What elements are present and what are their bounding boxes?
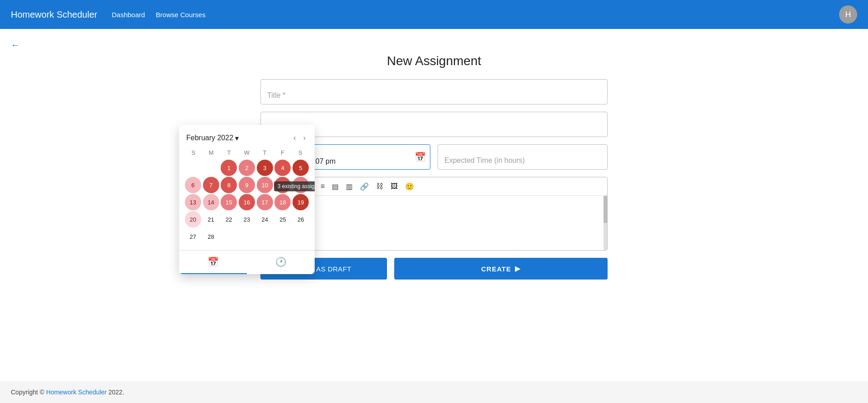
day-label-mon: M bbox=[202, 147, 220, 158]
toolbar-ordered-list[interactable]: ≡ bbox=[318, 180, 327, 192]
calendar-day-28[interactable]: 28 bbox=[203, 228, 219, 245]
day-label-tue: T bbox=[220, 147, 238, 158]
calendar-day-18[interactable]: 18 bbox=[274, 194, 291, 210]
toolbar-align-left[interactable]: ▤ bbox=[329, 180, 341, 193]
calendar-day-22[interactable]: 22 bbox=[221, 211, 237, 228]
toolbar-unlink[interactable]: ⛓ bbox=[373, 180, 386, 192]
calendar-day-16[interactable]: 16 bbox=[239, 194, 255, 210]
toolbar-align-right[interactable]: ▥ bbox=[343, 180, 355, 193]
calendar-grid: S M T W T F S 12345678910111213141516171… bbox=[179, 147, 315, 248]
expected-time-field bbox=[438, 144, 608, 170]
month-year-label: February 2022 bbox=[186, 134, 233, 142]
calendar-footer: 📅 🕐 bbox=[179, 250, 315, 274]
page-content: ← New Assignment Due date 📅 bbox=[0, 29, 868, 381]
calendar-day-26[interactable]: 26 bbox=[292, 211, 309, 228]
calendar-day-19[interactable]: 193 existing assignments bbox=[292, 194, 309, 210]
calendar-day-24[interactable]: 24 bbox=[257, 211, 273, 228]
calendar-day-6[interactable]: 6 bbox=[185, 177, 201, 193]
toolbar-link[interactable]: 🔗 bbox=[357, 180, 372, 193]
calendar-popup: February 2022 ▾ ‹ › S M T W T F S 123456… bbox=[179, 125, 315, 274]
nav-links: Dashboard Browse Courses bbox=[112, 11, 205, 19]
calendar-day-15[interactable]: 15 bbox=[221, 194, 237, 210]
day-label-sun: S bbox=[184, 147, 202, 158]
create-arrow-icon: ▶ bbox=[515, 265, 521, 273]
calendar-day-2[interactable]: 2 bbox=[239, 160, 255, 176]
title-input[interactable] bbox=[260, 79, 608, 104]
day-label-fri: F bbox=[274, 147, 291, 158]
calendar-day-4[interactable]: 4 bbox=[274, 160, 291, 176]
nav-browse-courses[interactable]: Browse Courses bbox=[156, 11, 206, 19]
calendar-day-7[interactable]: 7 bbox=[203, 177, 219, 193]
back-arrow-icon: ← bbox=[11, 40, 20, 50]
expected-time-input[interactable] bbox=[438, 144, 608, 170]
scrollbar-thumb[interactable] bbox=[604, 196, 607, 223]
calendar-date-tab[interactable]: 📅 bbox=[179, 251, 247, 274]
create-label: CREATE bbox=[481, 265, 511, 273]
next-month-button[interactable]: › bbox=[302, 132, 307, 144]
calendar-day-1[interactable]: 1 bbox=[221, 160, 237, 176]
back-button[interactable]: ← bbox=[11, 40, 20, 50]
dropdown-icon: ▾ bbox=[235, 134, 239, 142]
calendar-day-9[interactable]: 9 bbox=[239, 177, 255, 193]
app-brand: Homework Scheduler bbox=[11, 9, 97, 20]
create-button[interactable]: CREATE ▶ bbox=[394, 258, 608, 280]
calendar-day-3[interactable]: 3 bbox=[257, 160, 273, 176]
nav-dashboard[interactable]: Dashboard bbox=[112, 11, 145, 19]
tooltip-bubble: 3 existing assignments bbox=[274, 181, 315, 191]
title-field bbox=[260, 79, 608, 104]
calendar-day-23[interactable]: 23 bbox=[239, 211, 255, 228]
month-year-button[interactable]: February 2022 ▾ bbox=[186, 134, 239, 142]
calendar-day-13[interactable]: 13 bbox=[185, 194, 201, 210]
calendar-day-27[interactable]: 27 bbox=[185, 228, 201, 245]
day-labels-row: S M T W T F S bbox=[184, 147, 309, 158]
day-label-thu: T bbox=[256, 147, 274, 158]
calendar-time-tab[interactable]: 🕐 bbox=[247, 251, 315, 274]
calendar-header: February 2022 ▾ ‹ › bbox=[179, 125, 315, 147]
calendar-toggle-button[interactable]: 📅 bbox=[415, 152, 426, 162]
calendar-day-21[interactable]: 21 bbox=[203, 211, 219, 228]
calendar-day-5[interactable]: 5 bbox=[292, 160, 309, 176]
calendar-day-17[interactable]: 17 bbox=[257, 194, 273, 210]
footer-link[interactable]: Homework Scheduler bbox=[46, 389, 107, 396]
calendar-day-10[interactable]: 10 bbox=[257, 177, 273, 193]
calendar-day-25[interactable]: 25 bbox=[274, 211, 291, 228]
calendar-day-20[interactable]: 20 bbox=[185, 211, 201, 228]
calendar-day-14[interactable]: 14 bbox=[203, 194, 219, 210]
day-label-sat: S bbox=[292, 147, 309, 158]
prev-month-button[interactable]: ‹ bbox=[292, 132, 297, 144]
footer-copyright: Copyright © bbox=[11, 389, 44, 396]
toolbar-emoji[interactable]: 🙂 bbox=[402, 180, 417, 193]
calendar-icon: 📅 bbox=[415, 152, 426, 162]
calendar-days: 123456789101112131415161718193 existing … bbox=[184, 160, 309, 245]
calendar-day-8[interactable]: 8 bbox=[221, 177, 237, 193]
scrollbar-track bbox=[604, 196, 607, 250]
avatar: H bbox=[839, 5, 857, 24]
calendar-date-icon: 📅 bbox=[208, 256, 219, 267]
calendar-nav: ‹ › bbox=[292, 132, 307, 144]
footer-year: 2022. bbox=[108, 389, 124, 396]
day-label-wed: W bbox=[238, 147, 255, 158]
page-title: New Assignment bbox=[0, 54, 868, 68]
footer: Copyright © Homework Scheduler 2022. bbox=[0, 381, 868, 403]
toolbar-image[interactable]: 🖼 bbox=[388, 180, 401, 192]
navbar: Homework Scheduler Dashboard Browse Cour… bbox=[0, 0, 868, 29]
calendar-clock-icon: 🕐 bbox=[275, 256, 287, 267]
